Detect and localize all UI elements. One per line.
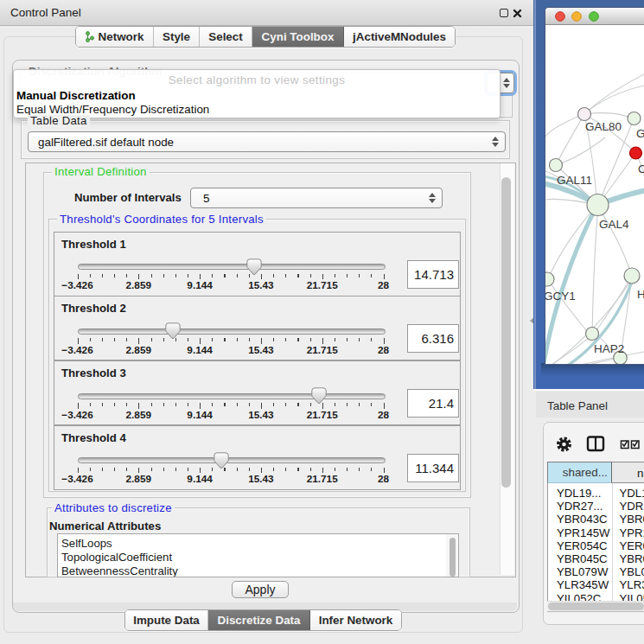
svg-text:H: H [637,288,644,301]
svg-text:GAL11: GAL11 [557,174,592,187]
svg-text:HAP2: HAP2 [594,342,624,355]
svg-text:GCY1: GCY1 [545,290,576,303]
svg-text:GA: GA [636,127,644,140]
svg-text:GAL4: GAL4 [599,218,629,231]
svg-text:GAL80: GAL80 [585,120,622,133]
svg-text:C: C [638,163,644,175]
